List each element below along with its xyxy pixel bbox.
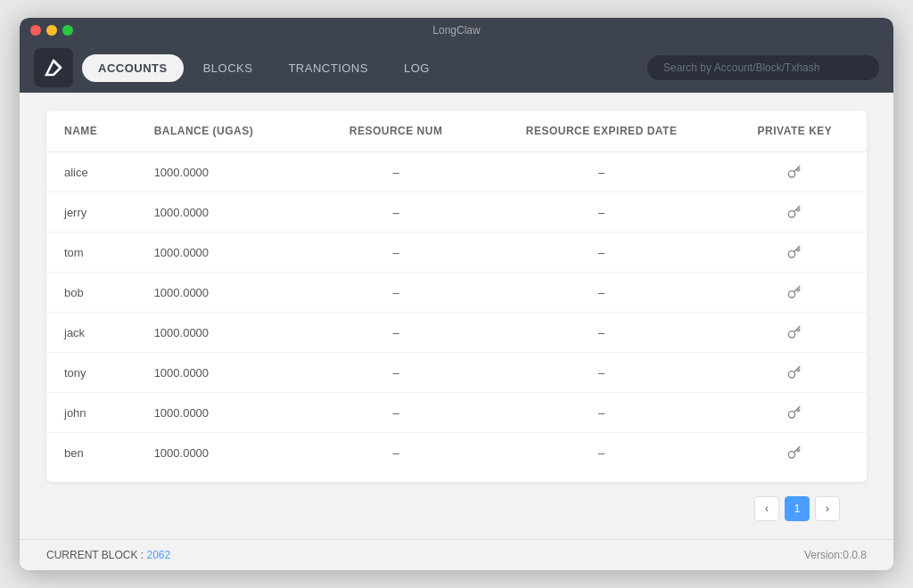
cell-resource-expired-date: – [480,273,723,313]
col-header-name: NAME [46,110,136,152]
cell-resource-expired-date: – [480,433,723,473]
key-icon[interactable] [741,245,849,259]
nav-tabs: ACCOUNTS BLOCKS TRANCTIONS LOG [82,54,647,82]
main-content: NAME BALANCE (UGAS) Resource Num Resourc… [20,93,893,539]
cell-resource-num: – [312,233,480,273]
cell-balance: 1000.0000 [136,152,312,192]
cell-private-key [723,233,867,273]
cell-resource-num: – [312,433,480,473]
tab-blocks[interactable]: BLOCKS [187,54,269,82]
key-icon[interactable] [741,365,849,380]
tab-log[interactable]: LOG [388,54,446,82]
cell-balance: 1000.0000 [136,273,312,313]
table-body: alice1000.0000––jerry1000.0000––tom1000.… [46,152,867,473]
col-header-resource-num: Resource Num [312,110,480,152]
cell-resource-num: – [312,152,480,192]
pagination: ‹ 1 › [46,482,867,521]
cell-resource-num: – [312,192,480,233]
current-block-label: CURRENT BLOCK : [46,549,144,561]
cell-resource-expired-date: – [480,313,723,353]
table-header-row: NAME BALANCE (UGAS) Resource Num Resourc… [46,110,867,152]
cell-private-key [723,313,867,353]
accounts-table-container: NAME BALANCE (UGAS) Resource Num Resourc… [46,110,867,482]
window-title: LongClaw [432,24,480,37]
logo-icon [41,55,66,80]
close-button[interactable] [30,25,41,36]
cell-balance: 1000.0000 [136,313,312,353]
cell-name: alice [46,152,136,192]
cell-resource-expired-date: – [480,353,723,393]
cell-name: jerry [46,192,136,233]
key-icon[interactable] [741,405,849,420]
version-label: Version:0.0.8 [804,549,867,561]
prev-page-button[interactable]: ‹ [754,496,779,521]
title-bar: LongClaw [20,18,893,43]
table-row: tony1000.0000–– [46,353,867,393]
cell-resource-num: – [312,313,480,353]
tab-accounts[interactable]: ACCOUNTS [82,54,184,82]
cell-balance: 1000.0000 [136,433,312,473]
current-block-value: 2062 [146,549,170,561]
tab-tranctions[interactable]: TRANCTIONS [272,54,384,82]
cell-name: ben [46,433,136,473]
cell-balance: 1000.0000 [136,353,312,393]
current-block-container: CURRENT BLOCK : 2062 [46,549,170,561]
table-row: john1000.0000–– [46,393,867,433]
cell-balance: 1000.0000 [136,393,312,433]
maximize-button[interactable] [62,25,73,36]
search-container [647,55,879,80]
key-icon[interactable] [741,165,849,179]
cell-resource-num: – [312,353,480,393]
search-input[interactable] [647,55,879,80]
cell-name: jack [46,313,136,353]
cell-private-key [723,192,867,233]
traffic-lights [30,25,73,36]
cell-name: john [46,393,136,433]
col-header-private-key: PRIVATE KEY [723,110,867,152]
cell-resource-num: – [312,273,480,313]
navbar: ACCOUNTS BLOCKS TRANCTIONS LOG [20,43,893,93]
cell-resource-expired-date: – [480,393,723,433]
cell-resource-expired-date: – [480,233,723,273]
key-icon[interactable] [741,205,849,219]
table-row: jack1000.0000–– [46,313,867,353]
table-row: ben1000.0000–– [46,433,867,473]
cell-private-key [723,393,867,433]
cell-balance: 1000.0000 [136,233,312,273]
cell-resource-expired-date: – [480,152,723,192]
key-icon[interactable] [741,325,849,339]
cell-private-key [723,273,867,313]
table-row: tom1000.0000–– [46,233,867,273]
page-1-button[interactable]: 1 [785,496,810,521]
cell-private-key [723,353,867,393]
table-row: alice1000.0000–– [46,152,867,192]
cell-name: bob [46,273,136,313]
accounts-table: NAME BALANCE (UGAS) Resource Num Resourc… [46,110,867,472]
cell-balance: 1000.0000 [136,192,312,233]
cell-resource-expired-date: – [480,192,723,233]
table-row: bob1000.0000–– [46,273,867,313]
app-logo [34,48,73,87]
minimize-button[interactable] [46,25,57,36]
app-window: LongClaw ACCOUNTS BLOCKS TRANCTIONS LOG … [20,18,893,570]
key-icon[interactable] [741,285,849,299]
status-bar: CURRENT BLOCK : 2062 Version:0.0.8 [20,539,893,570]
cell-name: tom [46,233,136,273]
next-page-button[interactable]: › [815,496,840,521]
table-row: jerry1000.0000–– [46,192,867,233]
key-icon[interactable] [741,445,849,460]
cell-name: tony [46,353,136,393]
col-header-balance: BALANCE (UGAS) [136,110,312,152]
cell-private-key [723,433,867,473]
col-header-resource-expired: Resource Expired Date [480,110,723,152]
cell-resource-num: – [312,393,480,433]
cell-private-key [723,152,867,192]
